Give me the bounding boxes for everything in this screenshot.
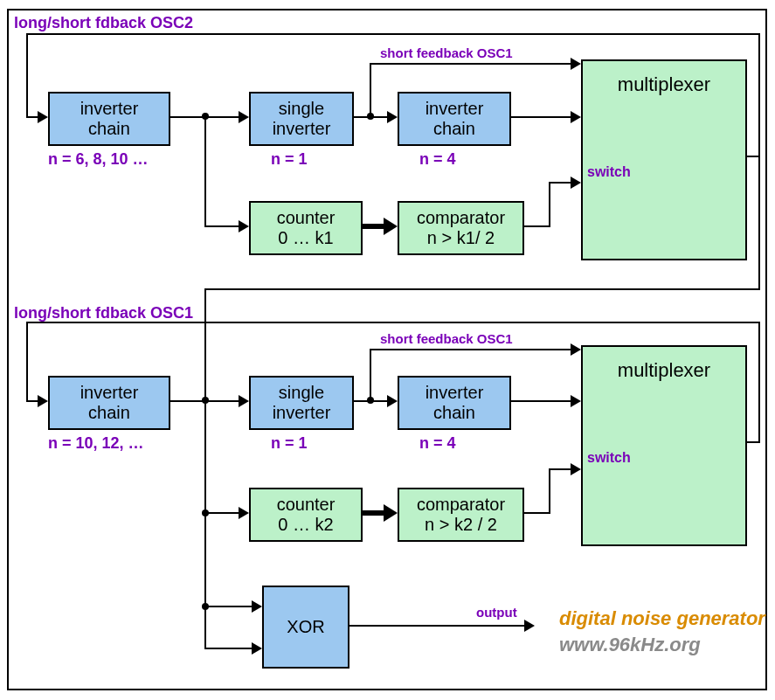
output-label: output	[476, 605, 517, 620]
block-line2: n > k1/ 2	[427, 228, 495, 248]
arrowhead-icon	[239, 507, 249, 519]
wire	[349, 625, 524, 627]
wire	[204, 512, 239, 514]
wire	[370, 63, 371, 116]
xor-block: XOR	[262, 586, 349, 669]
wire	[524, 512, 550, 514]
arrowhead-icon	[571, 463, 581, 475]
osc2-inverter-chain: inverter chain	[48, 92, 170, 146]
wire	[524, 225, 550, 227]
block-line2: chain	[88, 119, 130, 139]
osc2-single-n: n = 1	[271, 150, 308, 169]
arrowhead-icon	[239, 395, 249, 407]
osc1-switch-label: switch	[587, 450, 631, 466]
wire-thick	[363, 224, 385, 229]
osc2-chain2-n: n = 4	[419, 150, 456, 169]
block-line1: inverter	[80, 99, 139, 119]
osc2-multiplexer: multiplexer	[581, 59, 747, 260]
wire	[204, 288, 760, 290]
wire	[204, 648, 252, 649]
osc1-comparator: comparator n > k2 / 2	[398, 488, 524, 542]
block-line1: counter	[277, 208, 336, 228]
osc2-single-inverter: single inverter	[249, 92, 354, 146]
osc2-switch-label: switch	[587, 164, 631, 180]
wire	[370, 349, 571, 350]
block-line1: inverter	[426, 99, 484, 119]
osc2-short-fb: short feedback OSC1	[380, 45, 513, 60]
wire	[370, 63, 571, 65]
osc2-title: long/short fdback OSC2	[14, 14, 193, 32]
arrowhead-icon	[571, 343, 581, 356]
wire-thick	[363, 510, 385, 516]
block-line1: single	[279, 383, 324, 403]
block-line2: chain	[433, 403, 475, 423]
block-line1: counter	[277, 495, 336, 515]
arrowhead-icon	[252, 600, 262, 613]
wire	[511, 400, 571, 402]
arrowhead-icon	[387, 395, 398, 407]
arrowhead-icon	[38, 111, 48, 123]
block-line1: inverter	[80, 383, 139, 403]
wire	[26, 322, 760, 323]
wire	[549, 468, 571, 470]
arrowhead-icon	[384, 218, 398, 235]
osc1-single-inverter: single inverter	[249, 376, 354, 430]
wire	[549, 468, 550, 514]
wire	[204, 225, 239, 227]
osc1-inverter-chain: inverter chain	[48, 376, 170, 430]
wire	[511, 116, 571, 118]
wire	[549, 182, 550, 227]
arrowhead-icon	[384, 504, 398, 522]
osc2-invchain-n: n = 6, 8, 10 …	[48, 150, 149, 169]
osc2-counter: counter 0 … k1	[249, 201, 363, 255]
mux-label: multiplexer	[618, 359, 710, 381]
block-line2: chain	[433, 119, 475, 139]
wire	[758, 322, 760, 443]
arrowhead-icon	[387, 111, 398, 123]
wire	[204, 116, 206, 227]
wire	[758, 156, 760, 290]
block-line1: comparator	[417, 208, 505, 228]
block-line2: n > k2 / 2	[425, 515, 497, 535]
wire	[204, 304, 206, 649]
osc1-counter: counter 0 … k2	[249, 488, 363, 542]
arrowhead-icon	[239, 220, 249, 232]
xor-label: XOR	[287, 617, 324, 637]
footer-title: digital noise generator	[559, 607, 765, 630]
wire	[26, 33, 760, 35]
block-line2: inverter	[273, 119, 331, 139]
mux-label: multiplexer	[618, 73, 710, 95]
arrowhead-icon	[571, 177, 581, 189]
osc1-invchain-n: n = 10, 12, …	[48, 434, 144, 453]
osc2-comparator: comparator n > k1/ 2	[398, 201, 524, 255]
osc1-single-n: n = 1	[271, 434, 308, 453]
arrowhead-icon	[239, 111, 249, 123]
wire	[26, 33, 28, 118]
arrowhead-icon	[571, 111, 581, 123]
osc1-multiplexer: multiplexer	[581, 345, 747, 546]
block-line2: 0 … k2	[278, 515, 333, 535]
block-line1: single	[279, 99, 324, 119]
block-line1: inverter	[426, 383, 484, 403]
osc1-inverter-chain2: inverter chain	[398, 376, 511, 430]
arrowhead-icon	[524, 620, 535, 632]
block-line2: 0 … k1	[278, 228, 333, 248]
block-line2: chain	[88, 403, 130, 423]
arrowhead-icon	[38, 395, 48, 407]
wire	[370, 349, 371, 400]
footer-url: www.96kHz.org	[559, 634, 701, 656]
arrowhead-icon	[571, 58, 581, 70]
osc1-short-fb: short feedback OSC1	[380, 331, 513, 346]
wire	[26, 322, 28, 402]
wire	[758, 33, 760, 157]
wire	[204, 288, 206, 306]
block-line2: inverter	[273, 403, 331, 423]
wire	[549, 182, 571, 184]
arrowhead-icon	[571, 395, 581, 407]
arrowhead-icon	[252, 642, 262, 655]
osc2-inverter-chain2: inverter chain	[398, 92, 511, 146]
osc1-title: long/short fdback OSC1	[14, 304, 193, 322]
osc1-chain2-n: n = 4	[419, 434, 456, 453]
block-line1: comparator	[417, 495, 505, 515]
wire	[204, 606, 252, 607]
